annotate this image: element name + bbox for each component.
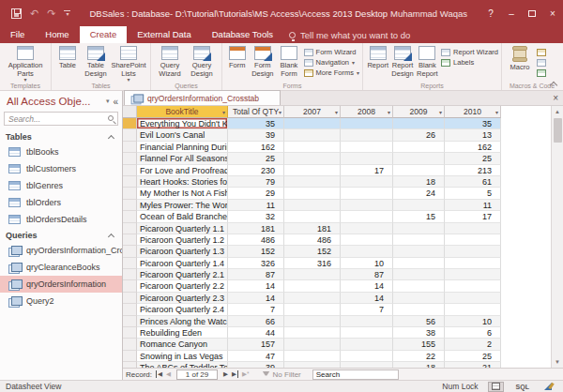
tab-file[interactable]: File [0, 26, 35, 43]
cell-2010[interactable] [445, 234, 501, 246]
first-record-button[interactable]: ◀ [156, 370, 162, 378]
sidebar-item-table[interactable]: tblBooks [0, 143, 122, 160]
cell-booktitle[interactable]: Princes Along the Watc [137, 316, 228, 327]
row-selector[interactable] [123, 142, 137, 153]
navigation-button[interactable]: Navigation ▾ [304, 58, 359, 68]
macro-button[interactable]: Macro [505, 45, 535, 72]
cell-2009[interactable] [393, 165, 445, 176]
scroll-down-icon[interactable]: ▼ [552, 356, 563, 368]
cell-2008[interactable] [341, 351, 393, 362]
row-selector[interactable] [123, 165, 137, 176]
cell-total[interactable]: 47 [228, 351, 284, 362]
cell-booktitle[interactable]: The ABCs of Toddler To [137, 362, 228, 368]
cell-total[interactable]: 486 [228, 234, 284, 246]
cell-2007[interactable] [284, 118, 341, 129]
maximize-button[interactable] [522, 0, 542, 26]
cell-2010[interactable] [445, 304, 501, 315]
sidebar-item-query[interactable]: qryOrdersInformation [0, 276, 122, 293]
tab-external-data[interactable]: External Data [127, 26, 202, 43]
sidebar-item-table[interactable]: tblCustomers [0, 160, 122, 177]
cell-2008[interactable] [341, 211, 393, 222]
column-header-booktitle[interactable]: BookTitle ▾ [137, 106, 228, 118]
cell-booktitle[interactable]: Picaroon Quarterly 2.3 [137, 293, 228, 304]
cell-2008[interactable] [341, 153, 393, 164]
select-all-corner[interactable] [123, 106, 137, 118]
sidebar-item-table[interactable]: tblGenres [0, 177, 122, 194]
nav-search-box[interactable] [4, 112, 118, 126]
column-header-total[interactable]: Total Of QTY ▾ [228, 106, 284, 118]
filter-dropdown-icon[interactable]: ▾ [439, 109, 442, 115]
cell-2007[interactable] [284, 142, 341, 153]
cell-booktitle[interactable]: Picaroon Quarterly 1.4 [137, 258, 228, 269]
cell-2007[interactable] [284, 339, 341, 350]
cell-total[interactable]: 152 [228, 246, 284, 257]
document-tab-crosstab[interactable]: qryOrdersInformation_Crosstab [124, 90, 281, 105]
cell-2010[interactable]: 213 [445, 165, 501, 176]
cell-total[interactable]: 32 [228, 211, 284, 222]
row-selector[interactable] [123, 211, 137, 222]
cell-total[interactable]: 230 [228, 165, 284, 176]
cell-2008[interactable] [341, 234, 393, 246]
cell-total[interactable]: 14 [228, 280, 284, 292]
cell-booktitle[interactable]: Snowing in Las Vegas [137, 351, 228, 362]
cell-total[interactable]: 162 [228, 142, 284, 153]
blank-form-button[interactable]: Blank Form [276, 45, 301, 78]
module-icon[interactable] [537, 49, 546, 56]
filter-dropdown-icon[interactable]: ▾ [388, 109, 390, 115]
cell-2008[interactable]: 17 [341, 165, 393, 176]
design-view-button[interactable] [541, 382, 555, 392]
row-selector[interactable] [123, 188, 137, 199]
nav-search-input[interactable] [5, 113, 117, 125]
cell-2008[interactable]: 14 [341, 293, 393, 304]
query-design-button[interactable]: Query Design [186, 45, 218, 78]
report-design-button[interactable]: Report Design [389, 45, 415, 78]
cell-2009[interactable]: 56 [393, 316, 445, 327]
cell-2009[interactable] [393, 269, 445, 280]
row-selector[interactable] [123, 362, 137, 368]
class-module-icon[interactable] [537, 59, 546, 67]
cell-total[interactable]: 29 [228, 188, 284, 199]
cell-2008[interactable] [341, 327, 393, 339]
cell-booktitle[interactable]: Financial Planning Durin [137, 142, 228, 153]
cell-total[interactable]: 35 [228, 118, 284, 129]
column-header-2009[interactable]: 2009 ▾ [393, 106, 445, 118]
report-button[interactable]: Report [366, 45, 389, 70]
cell-2009[interactable] [393, 142, 445, 153]
cell-total[interactable]: 39 [228, 129, 284, 141]
cell-booktitle[interactable]: Picaroon Quarterly 2.2 [137, 280, 228, 292]
cell-2007[interactable] [284, 176, 341, 188]
cell-2009[interactable]: 18 [393, 362, 445, 368]
tell-me-box[interactable]: Tell me what you want to do [289, 26, 410, 43]
cell-2007[interactable] [284, 351, 341, 362]
report-wizard-button[interactable]: Report Wizard [441, 48, 498, 57]
cell-booktitle[interactable]: For Love and Proofread [137, 165, 228, 176]
help-button[interactable]: ? [480, 0, 501, 26]
cell-2008[interactable] [341, 223, 393, 234]
sidebar-item-table[interactable]: tblOrders [0, 194, 122, 211]
row-selector[interactable] [123, 316, 137, 327]
no-filter-button[interactable]: No Filter [263, 370, 301, 379]
row-selector[interactable] [123, 223, 137, 234]
sidebar-item-query[interactable]: qryOrdersInformation_Crosst... [0, 242, 122, 259]
cell-2007[interactable] [284, 280, 341, 292]
form-design-button[interactable]: Form Design [249, 45, 276, 78]
cell-2010[interactable]: 10 [445, 316, 501, 327]
record-position-box[interactable]: 1 of 29 [176, 369, 218, 380]
minimize-button[interactable]: – [501, 0, 522, 26]
cell-2009[interactable] [393, 234, 445, 246]
column-header-2008[interactable]: 2008 ▾ [341, 106, 393, 118]
cell-2010[interactable]: 11 [445, 200, 501, 211]
application-parts-button[interactable]: Application Parts ▾ [3, 45, 48, 83]
cell-booktitle[interactable]: Romance Canyon [137, 339, 228, 350]
sql-view-button[interactable]: SQL [513, 382, 532, 392]
new-record-button[interactable]: ▶* [242, 370, 250, 378]
row-selector[interactable] [123, 327, 137, 339]
sidebar-item-table[interactable]: tblOrdersDetails [0, 211, 122, 228]
cell-2009[interactable] [393, 200, 445, 211]
blank-report-button[interactable]: Blank Report [416, 45, 439, 78]
cell-booktitle[interactable]: Everything You Didn't K [137, 118, 228, 129]
cell-2009[interactable] [393, 153, 445, 164]
cell-booktitle[interactable]: Picaroon Quarterly 2.4 [137, 304, 228, 315]
cell-2007[interactable] [284, 362, 341, 368]
sidebar-item-query[interactable]: Query2 [0, 293, 122, 309]
